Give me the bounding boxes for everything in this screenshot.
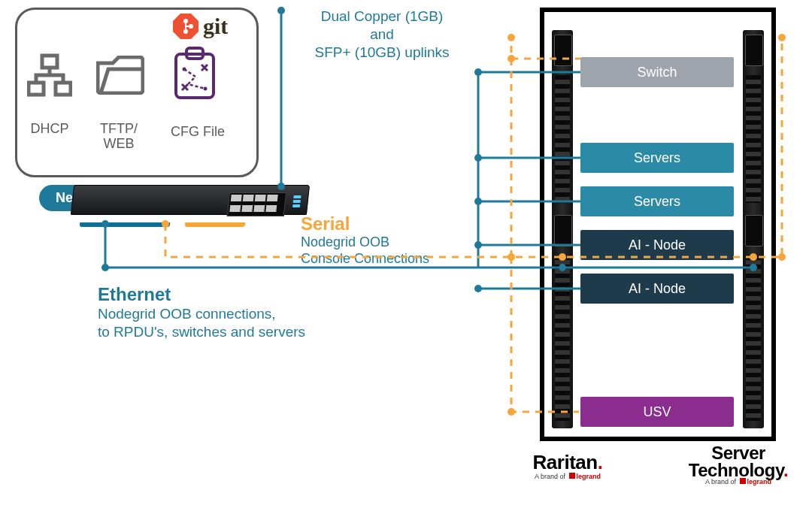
eth-sub2: to RPDU's, switches and servers <box>98 324 305 340</box>
rack-ainode-2: AI - Node <box>580 274 734 304</box>
dhcp-icon <box>27 53 72 98</box>
svg-point-23 <box>508 55 515 62</box>
raritan-logo: Raritan A brand of legrand <box>511 451 624 480</box>
svg-point-28 <box>778 253 786 261</box>
servertech-sub-pre: A brand of <box>705 478 738 485</box>
svg-point-10 <box>204 87 208 91</box>
ethernet-subtitle: Nodegrid OOB connections, to RPDU's, swi… <box>98 305 305 341</box>
svg-point-15 <box>474 68 482 76</box>
serial-title: Serial <box>301 213 350 234</box>
svg-rect-6 <box>56 83 71 95</box>
uplink-line3: SFP+ (10GB) uplinks <box>315 44 450 60</box>
raritan-sub-pre: A brand of <box>535 473 568 480</box>
uplink-label: Dual Copper (1GB) and SFP+ (10GB) uplink… <box>299 8 465 61</box>
git-label: git <box>203 14 228 39</box>
svg-point-30 <box>508 34 515 41</box>
nodegrid-appliance <box>72 185 308 222</box>
svg-point-11 <box>277 7 285 14</box>
svg-point-24 <box>508 253 515 261</box>
cfg-label: CFG File <box>164 125 232 140</box>
svg-point-25 <box>508 408 515 416</box>
rack-servers-1: Servers <box>580 143 734 173</box>
svg-rect-4 <box>42 56 57 68</box>
svg-point-16 <box>474 154 482 162</box>
raritan-name: Raritan <box>511 451 624 474</box>
rack-ainode-1: AI - Node <box>580 230 734 260</box>
servertech-sub-brand: legrand <box>747 478 772 485</box>
pdu-left <box>552 30 573 428</box>
servertech-logo: ServerTechnology A brand of legrand <box>671 445 806 485</box>
svg-rect-5 <box>29 83 44 95</box>
svg-point-17 <box>474 198 482 205</box>
rack-usv: USV <box>580 397 734 427</box>
tftp-label: TFTP/ WEB <box>89 122 149 152</box>
dhcp-label: DHCP <box>20 122 80 137</box>
clipboard-icon <box>173 47 217 101</box>
uplink-line2: and <box>370 26 394 42</box>
eth-sub1: Nodegrid OOB connections, <box>98 306 276 322</box>
svg-point-19 <box>474 285 482 292</box>
svg-point-18 <box>474 241 482 249</box>
serial-sub1: Nodegrid OOB <box>301 234 389 249</box>
ethernet-title: Ethernet <box>98 284 171 305</box>
raritan-sub-brand: legrand <box>577 473 601 480</box>
folder-icon <box>96 56 144 95</box>
svg-point-29 <box>778 34 786 41</box>
svg-point-14 <box>102 264 109 271</box>
uplink-line1: Dual Copper (1GB) <box>321 8 444 24</box>
git-icon <box>173 14 198 39</box>
serial-sub2: Console Connections <box>301 251 429 266</box>
serial-subtitle: Nodegrid OOB Console Connections <box>301 234 429 267</box>
pdu-right <box>743 30 764 428</box>
rack-switch: Switch <box>580 57 734 87</box>
rack-servers-2: Servers <box>580 186 734 216</box>
